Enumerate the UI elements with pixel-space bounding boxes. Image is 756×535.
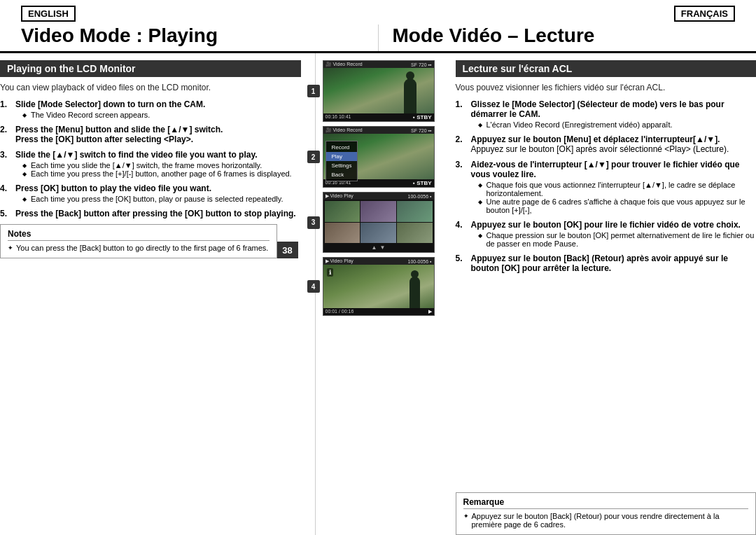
section-header-right: Lecture sur l'écran ACL: [456, 60, 757, 77]
screen-1-image: [323, 68, 434, 113]
screen-3: ▶ Video Play 100-0056 ▪: [323, 192, 435, 253]
thumb-4: [325, 223, 360, 244]
step-content: Appuyez sur le bouton [OK] pour lire le …: [471, 220, 757, 248]
screen-step-3: 3: [307, 216, 320, 229]
step-num: 3.: [0, 150, 13, 178]
step-content: Appuyez sur le bouton [Back] (Retour) ap…: [471, 253, 757, 273]
step-bold: Appuyez sur le bouton [Menu] et déplacez…: [471, 134, 720, 144]
step-right-2: 2. Appuyez sur le bouton [Menu] et dépla…: [456, 134, 757, 154]
step-bold: Slide the [▲/▼] switch to find the video…: [15, 150, 258, 160]
remarque-item: Appuyez sur le bouton [Back] (Retour) po…: [463, 512, 749, 529]
person-silhouette-2: [410, 277, 420, 308]
screen-2-topbar: 🎥 Video Record SF 720 ▪▪: [323, 127, 434, 134]
step-bold: Appuyez sur le bouton [Back] (Retour) ap…: [471, 253, 728, 273]
step-bold: Slide [Mode Selector] down to turn on th…: [15, 99, 205, 109]
step-left-4: 4. Press [OK] button to play the video f…: [0, 183, 301, 203]
step-content: Glissez le [Mode Selector] (Sélecteur de…: [471, 99, 757, 129]
notes-title: Notes: [8, 229, 270, 241]
step-num: 3.: [456, 160, 468, 214]
step-bold-2: Press the [OK] button after selecting <P…: [15, 134, 193, 144]
screen-3-image: ▲ ▼: [323, 200, 434, 252]
screen-wrapper-3: 3 ▶ Video Play 100-0056 ▪: [323, 192, 435, 253]
menu-record: Record: [326, 143, 358, 152]
menu-play: Play: [326, 152, 358, 161]
step-sub-item: Each time you slide the [▲/▼] switch, th…: [22, 161, 301, 169]
screen-2-image: Record Play Settings Back: [323, 134, 434, 179]
screen-4-image: ℹ: [323, 265, 434, 308]
step-extra: Appuyez sur le bouton [OK] après avoir s…: [471, 144, 729, 154]
step-right-1: 1. Glissez le [Mode Selector] (Sélecteur…: [456, 99, 757, 129]
step-left-2: 2. Press the [Menu] button and slide the…: [0, 125, 301, 144]
step-bold: Aidez-vous de l'interrupteur [▲/▼] pour …: [471, 160, 740, 179]
menu-overlay: Record Play Settings Back: [326, 141, 358, 181]
step-num: 1.: [0, 99, 13, 119]
step-right-4: 4. Appuyez sur le bouton [OK] pour lire …: [456, 220, 757, 248]
screen-1: 🎥 Video Record SF 720 ▪▪ 00:16 10:41 ▪ S…: [323, 60, 435, 122]
step-subs: L'écran Video Record (Enregistrement vid…: [478, 120, 757, 129]
notes-content: You can press the [Back] button to go di…: [8, 244, 270, 252]
step-bold: Appuyez sur le bouton [OK] pour lire le …: [471, 220, 741, 230]
step-subs: Each time you press the [OK] button, pla…: [22, 195, 301, 203]
step-content: Slide [Mode Selector] down to turn on th…: [15, 99, 301, 119]
screen-step-4: 4: [307, 280, 320, 293]
step-left-1: 1. Slide [Mode Selector] down to turn on…: [0, 99, 301, 119]
step-sub-item: Une autre page de 6 cadres s'affiche à c…: [478, 197, 757, 214]
step-subs: Chaque fois que vous actionnez l'interru…: [478, 181, 757, 214]
title-row: Video Mode : Playing Mode Vidéo – Lectur…: [0, 25, 756, 53]
scroll-arrows: ▲ ▼: [325, 244, 433, 251]
notes-wrapper: Notes You can press the [Back] button to…: [0, 224, 277, 258]
step-left-5: 5. Press the [Back] button after pressin…: [0, 209, 301, 218]
main-content: Playing on the LCD Monitor You can view …: [0, 53, 756, 535]
thumbnails-grid: [325, 201, 433, 243]
step-content: Appuyez sur le bouton [Menu] et déplacez…: [471, 134, 757, 154]
step-content: Press the [Menu] button and slide the [▲…: [15, 125, 301, 144]
step-num: 5.: [456, 253, 468, 273]
step-num: 2.: [0, 125, 13, 144]
screen-4: ▶ Video Play 100-0056 ▪ ℹ 00:01 / 00:16 …: [323, 257, 435, 316]
step-right-3: 3. Aidez-vous de l'interrupteur [▲/▼] po…: [456, 160, 757, 214]
step-sub-item: Chaque pression sur le bouton [OK] perme…: [478, 231, 757, 248]
step-bold: Glissez le [Mode Selector] (Sélecteur de…: [471, 99, 724, 119]
step-left-3: 3. Slide the [▲/▼] switch to find the vi…: [0, 150, 301, 178]
step-num: 5.: [0, 209, 13, 218]
section-header-left: Playing on the LCD Monitor: [0, 60, 301, 77]
bottom-left: Notes You can press the [Back] button to…: [0, 224, 301, 258]
step-subs: The Video Record screen appears.: [22, 111, 301, 119]
remarque-title: Remarque: [463, 497, 749, 509]
step-subs: Chaque pression sur le bouton [OK] perme…: [478, 231, 757, 248]
screen-3-topbar: ▶ Video Play 100-0056 ▪: [323, 193, 434, 200]
step-content: Slide the [▲/▼] switch to find the video…: [15, 150, 301, 178]
screen-4-bottombar: 00:01 / 00:16 ▶: [323, 308, 434, 315]
intro-left: You can view playback of video files on …: [0, 83, 301, 92]
step-right-5: 5. Appuyez sur le bouton [Back] (Retour)…: [456, 253, 757, 273]
screen-step-1: 1: [307, 85, 320, 97]
person-head: [406, 71, 414, 80]
left-column: Playing on the LCD Monitor You can view …: [0, 53, 316, 535]
step-num: 2.: [456, 134, 468, 154]
screen-2: 🎥 Video Record SF 720 ▪▪ Record Play Set…: [323, 126, 435, 188]
remarque-content: Appuyez sur le bouton [Back] (Retour) po…: [463, 512, 749, 529]
notes-box: Notes You can press the [Back] button to…: [0, 224, 277, 258]
step-sub-item: Each time you press the [+]/[-] button, …: [22, 169, 301, 178]
thumb-6: [397, 223, 433, 244]
title-right: Mode Vidéo – Lecture: [379, 25, 736, 51]
step-sub-item: L'écran Video Record (Enregistrement vid…: [478, 120, 757, 129]
screen-1-bottombar: 00:16 10:41 ▪ STBY: [323, 113, 434, 121]
screen-step-2: 2: [307, 151, 320, 163]
person-silhouette: [404, 78, 416, 113]
step-num: 1.: [456, 99, 468, 129]
page: ENGLISH FRANÇAIS Video Mode : Playing Mo…: [0, 0, 756, 535]
pause-icon: ℹ: [327, 268, 333, 277]
right-column: Lecture sur l'écran ACL Vous pouvez visi…: [442, 53, 757, 535]
menu-settings: Settings: [326, 161, 358, 170]
title-left: Video Mode : Playing: [21, 25, 379, 51]
lang-bar: ENGLISH FRANÇAIS: [0, 0, 756, 25]
step-num: 4.: [0, 183, 13, 203]
step-bold: Press [OK] button to play the video file…: [15, 183, 211, 193]
page-number: 38: [277, 242, 298, 258]
screen-wrapper-4: 4 ▶ Video Play 100-0056 ▪ ℹ 00:01 / 00:1…: [323, 257, 435, 316]
thumb-5: [360, 223, 396, 244]
person-head-2: [411, 270, 419, 278]
thumb-3: [397, 201, 433, 222]
step-content: Press the [Back] button after pressing t…: [15, 209, 301, 218]
